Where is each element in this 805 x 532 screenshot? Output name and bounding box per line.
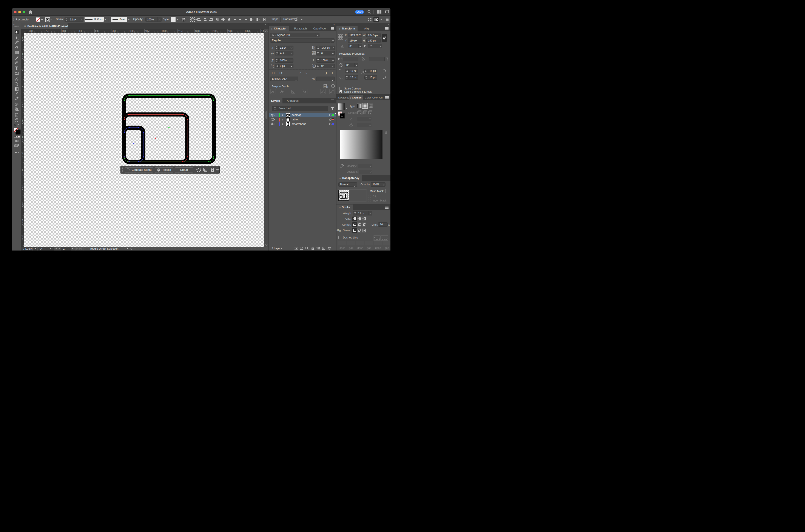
svg-text:x: x (273, 91, 274, 93)
svg-text:A: A (313, 48, 315, 50)
svg-text:A: A (292, 90, 294, 93)
svg-text:A: A (270, 64, 272, 67)
svg-text:A: A (330, 91, 332, 94)
svg-text:T: T (272, 59, 274, 62)
svg-text:T: T (272, 46, 274, 50)
svg-text:T: T (16, 66, 18, 70)
svg-text:A: A (271, 90, 273, 93)
svg-text:A: A (272, 52, 274, 55)
svg-text:A: A (280, 90, 282, 93)
svg-text:g: g (326, 85, 328, 88)
svg-text:A: A (321, 90, 323, 93)
svg-text:i: i (333, 85, 333, 88)
svg-text:A: A (324, 85, 326, 88)
svg-text:A: A (303, 90, 305, 93)
svg-text:g: g (305, 90, 306, 93)
svg-text:VA: VA (312, 51, 315, 54)
svg-text:a: a (273, 64, 274, 66)
svg-text:T: T (313, 58, 315, 61)
svg-text:g: g (294, 91, 295, 93)
svg-text:T: T (313, 64, 315, 67)
svg-text:x: x (282, 91, 283, 93)
